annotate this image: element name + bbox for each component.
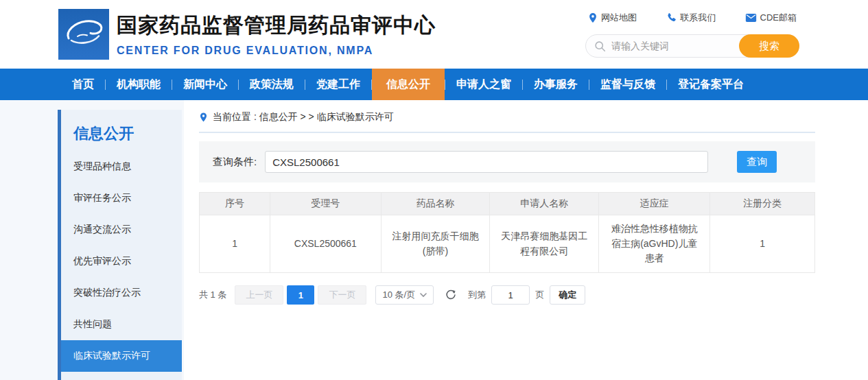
nav-item-party-building[interactable]: 党建工作 bbox=[305, 69, 371, 100]
sidebar-item-marketed-drugs[interactable]: 上市药品信息 bbox=[61, 372, 182, 380]
results-table: 序号 受理号 药品名称 申请人名称 适应症 注册分类 1 CXSL2500661… bbox=[199, 192, 815, 273]
main-content: 当前位置 : 信息公开 > > 临床试验默示许可 查询条件: 查询 序号 受理号… bbox=[184, 100, 868, 380]
refresh-icon[interactable] bbox=[445, 289, 457, 301]
col-header-acceptance-no: 受理号 bbox=[270, 193, 381, 215]
breadcrumb: 当前位置 : 信息公开 > > 临床试验默示许可 bbox=[199, 111, 815, 133]
nav-item-news[interactable]: 新闻中心 bbox=[172, 69, 238, 100]
query-panel: 查询条件: 查询 bbox=[199, 141, 815, 182]
nav-item-functions[interactable]: 机构职能 bbox=[106, 69, 172, 100]
quick-links: 网站地图 联系我们 CDE邮箱 bbox=[585, 12, 799, 24]
contact-link[interactable]: 联系我们 bbox=[666, 12, 716, 24]
chevron-down-icon bbox=[420, 293, 427, 298]
nav-item-applicant-window[interactable]: 申请人之窗 bbox=[445, 69, 522, 100]
sidebar-item-accepted-varieties[interactable]: 受理品种信息 bbox=[61, 151, 182, 182]
location-pin-icon bbox=[199, 112, 208, 123]
sidebar-item-breakthrough-therapy[interactable]: 突破性治疗公示 bbox=[61, 277, 182, 309]
pagination: 共 1 条 上一页 1 下一页 10 条/页 到第 页 确定 bbox=[199, 285, 815, 305]
location-pin-icon bbox=[588, 12, 598, 23]
brand-block: 国家药品监督管理局药品审评中心 CENTER FOR DRUG EVALUATI… bbox=[117, 12, 436, 57]
nav-item-registration-platform[interactable]: 登记备案平台 bbox=[667, 69, 755, 100]
page-size-value: 10 条/页 bbox=[382, 289, 415, 301]
total-count-label: 共 1 条 bbox=[199, 289, 226, 301]
query-button[interactable]: 查询 bbox=[737, 151, 777, 173]
search-button[interactable]: 搜索 bbox=[739, 34, 799, 58]
next-page-button[interactable]: 下一页 bbox=[318, 285, 366, 305]
cell-applicant: 天津昂赛细胞基因工程有限公司 bbox=[490, 215, 599, 273]
nav-item-info-disclosure[interactable]: 信息公开 bbox=[372, 69, 445, 100]
query-label: 查询条件: bbox=[213, 156, 257, 169]
search-icon bbox=[594, 40, 606, 52]
col-header-drug-name: 药品名称 bbox=[381, 193, 490, 215]
sidebar-item-review-tasks[interactable]: 审评任务公示 bbox=[61, 182, 182, 214]
main-nav: 首页 机构职能 新闻中心 政策法规 党建工作 信息公开 申请人之窗 办事服务 监… bbox=[0, 69, 868, 100]
page-number-button[interactable]: 1 bbox=[287, 285, 314, 305]
table-header-row: 序号 受理号 药品名称 申请人名称 适应症 注册分类 bbox=[200, 193, 815, 215]
site-header: 国家药品监督管理局药品审评中心 CENTER FOR DRUG EVALUATI… bbox=[0, 0, 868, 69]
cell-indication: 难治性急性移植物抗宿主病(aGvHD)儿童患者 bbox=[599, 215, 710, 273]
mailbox-link[interactable]: CDE邮箱 bbox=[745, 12, 797, 24]
sitemap-link[interactable]: 网站地图 bbox=[588, 12, 637, 24]
phone-icon bbox=[666, 12, 677, 23]
sidebar-item-common-questions[interactable]: 共性问题 bbox=[61, 309, 182, 340]
keyword-search-input[interactable] bbox=[611, 40, 728, 51]
nav-item-home[interactable]: 首页 bbox=[61, 69, 105, 100]
site-subtitle: CENTER FOR DRUG EVALUATION, NMPA bbox=[117, 45, 436, 57]
cde-logo-icon bbox=[58, 9, 109, 60]
cell-index: 1 bbox=[200, 215, 270, 273]
nav-item-services[interactable]: 办事服务 bbox=[523, 69, 589, 100]
query-input[interactable] bbox=[265, 151, 708, 173]
page-size-select[interactable]: 10 条/页 bbox=[375, 285, 434, 305]
col-header-index: 序号 bbox=[200, 193, 270, 215]
header-right: 网站地图 联系我们 CDE邮箱 搜索 bbox=[585, 12, 799, 58]
goto-page-input[interactable] bbox=[491, 285, 530, 305]
cell-registration-category: 1 bbox=[710, 215, 815, 273]
nav-item-supervision-feedback[interactable]: 监督与反馈 bbox=[589, 69, 666, 100]
sidebar-item-clinical-trial-implied-license[interactable]: 临床试验默示许可 bbox=[61, 340, 182, 372]
confirm-button[interactable]: 确定 bbox=[550, 285, 585, 305]
breadcrumb-text: 当前位置 : 信息公开 > > 临床试验默示许可 bbox=[213, 111, 394, 123]
envelope-icon bbox=[745, 13, 757, 23]
col-header-indication: 适应症 bbox=[599, 193, 710, 215]
sidebar-item-priority-review[interactable]: 优先审评公示 bbox=[61, 246, 182, 277]
sitemap-label: 网站地图 bbox=[601, 12, 637, 24]
col-header-registration-category: 注册分类 bbox=[710, 193, 815, 215]
prev-page-button[interactable]: 上一页 bbox=[235, 285, 283, 305]
sidebar-item-communication[interactable]: 沟通交流公示 bbox=[61, 214, 182, 246]
goto-page-label: 到第 bbox=[468, 289, 486, 301]
col-header-applicant: 申请人名称 bbox=[490, 193, 599, 215]
cell-acceptance-no: CXSL2500661 bbox=[270, 215, 381, 273]
mailbox-label: CDE邮箱 bbox=[760, 12, 797, 24]
nav-item-policies[interactable]: 政策法规 bbox=[239, 69, 305, 100]
table-row: 1 CXSL2500661 注射用间充质干细胞(脐带) 天津昂赛细胞基因工程有限… bbox=[200, 215, 815, 273]
page-body: 信息公开 受理品种信息 审评任务公示 沟通交流公示 优先审评公示 突破性治疗公示… bbox=[0, 100, 868, 380]
contact-label: 联系我们 bbox=[680, 12, 716, 24]
sidebar: 信息公开 受理品种信息 审评任务公示 沟通交流公示 优先审评公示 突破性治疗公示… bbox=[58, 110, 182, 380]
sidebar-title: 信息公开 bbox=[61, 110, 182, 151]
page-unit-label: 页 bbox=[535, 289, 544, 301]
cell-drug-name: 注射用间充质干细胞(脐带) bbox=[381, 215, 490, 273]
header-search: 搜索 bbox=[585, 34, 799, 58]
site-title: 国家药品监督管理局药品审评中心 bbox=[117, 12, 436, 40]
